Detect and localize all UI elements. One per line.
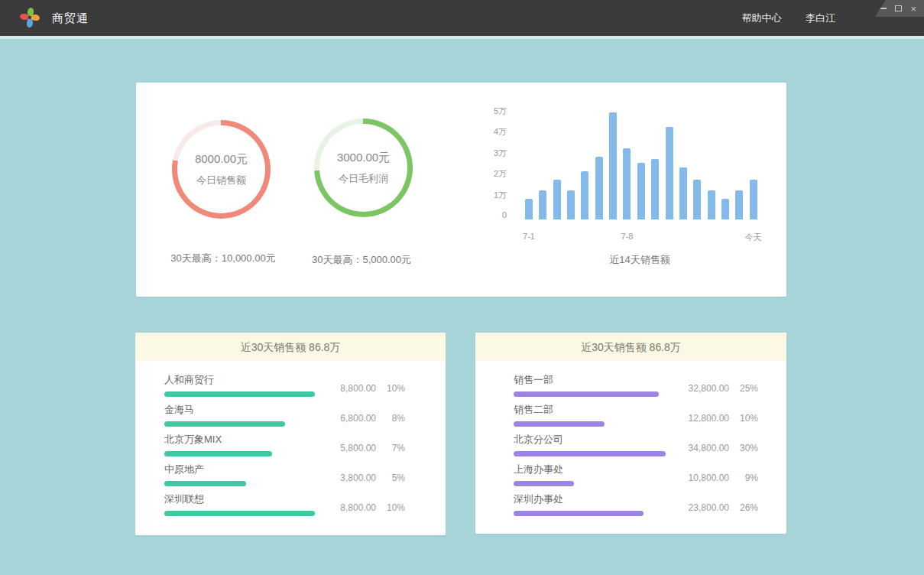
amount-value: 10,800.00 bbox=[689, 473, 729, 483]
sales-bar bbox=[595, 157, 603, 219]
amount-value: 8,800.00 bbox=[340, 502, 376, 513]
list-item-values: 34,800.0030% bbox=[689, 443, 758, 453]
progress-bar bbox=[164, 391, 315, 397]
list-item: 销售二部12,800.0010% bbox=[514, 402, 758, 432]
sales-bar bbox=[708, 190, 715, 219]
list-item-values: 6,800.008% bbox=[340, 413, 405, 424]
list-item-values: 32,800.0025% bbox=[689, 383, 758, 394]
sales-bar bbox=[525, 199, 533, 219]
list-item: 深圳联想8,800.0010% bbox=[164, 492, 405, 521]
sales-bar bbox=[651, 159, 659, 219]
minimize-button[interactable] bbox=[880, 8, 887, 9]
y-axis-tick: 1万 bbox=[472, 190, 507, 201]
amount-value: 32,800.00 bbox=[689, 383, 729, 394]
maximize-icon bbox=[895, 5, 902, 11]
percent-value: 10% bbox=[376, 383, 405, 394]
y-axis-tick: 2万 bbox=[472, 168, 507, 180]
sales-bar bbox=[735, 190, 743, 219]
percent-value: 10% bbox=[376, 502, 405, 513]
list-item: 人和商贸行8,800.0010% bbox=[164, 372, 405, 402]
list-item: 金海马6,800.008% bbox=[164, 402, 405, 432]
list-item: 北京分公司34,800.0030% bbox=[514, 432, 758, 462]
list-item: 深圳办事处23,800.0026% bbox=[514, 492, 758, 521]
list-item: 上海办事处10,800.009% bbox=[514, 462, 758, 492]
progress-bar bbox=[164, 481, 246, 486]
sales-bar bbox=[750, 180, 757, 219]
window-titlebar: 商贸通 帮助中心 李白江 × bbox=[0, 0, 924, 36]
sales-bar bbox=[567, 190, 575, 219]
titlebar-highlight-strip bbox=[0, 36, 924, 39]
x-axis-tick: 7-1 bbox=[512, 232, 546, 241]
user-menu[interactable]: 李白江 bbox=[806, 12, 835, 24]
list-item-values: 8,800.0010% bbox=[340, 383, 405, 394]
window-controls: × bbox=[875, 0, 924, 17]
today-profit-caption: 今日毛利润 bbox=[339, 172, 388, 186]
panel-header: 近30天销售额 86.8万 bbox=[135, 333, 446, 361]
progress-bar bbox=[164, 511, 315, 516]
panel-header: 近30天销售额 86.8万 bbox=[475, 333, 786, 361]
app-title: 商贸通 bbox=[52, 0, 89, 36]
sales-bar bbox=[553, 180, 561, 219]
y-axis-tick: 5万 bbox=[472, 106, 507, 117]
help-center-link[interactable]: 帮助中心 bbox=[741, 12, 781, 24]
customer-sales-list: 人和商贸行8,800.0010%金海马6,800.008%北京万象MIX5,80… bbox=[135, 361, 446, 521]
list-item: 北京万象MIX5,800.007% bbox=[164, 432, 405, 462]
list-item-values: 8,800.0010% bbox=[340, 502, 405, 513]
department-sales-panel: 近30天销售额 86.8万 销售一部32,800.0025%销售二部12,800… bbox=[475, 333, 786, 534]
donut-center: 3000.00元 今日毛利润 bbox=[319, 124, 407, 212]
list-item: 中原地产3,800.005% bbox=[164, 462, 405, 492]
chart-title: 近14天销售额 bbox=[525, 253, 754, 267]
y-axis-tick: 0 bbox=[472, 210, 507, 219]
percent-value: 5% bbox=[376, 473, 405, 483]
close-button[interactable]: × bbox=[910, 4, 916, 14]
amount-value: 23,800.00 bbox=[689, 502, 729, 513]
progress-bar bbox=[164, 421, 285, 427]
sales-bar bbox=[623, 148, 631, 219]
list-item-values: 23,800.0026% bbox=[689, 502, 758, 513]
list-item-values: 10,800.009% bbox=[689, 473, 758, 483]
amount-value: 12,800.00 bbox=[689, 413, 729, 424]
progress-bar bbox=[514, 451, 666, 456]
today-sales-value: 8000.00元 bbox=[195, 152, 248, 167]
amount-value: 3,800.00 bbox=[340, 473, 376, 483]
amount-value: 34,800.00 bbox=[689, 443, 729, 453]
today-sales-caption: 今日销售额 bbox=[196, 174, 246, 187]
sales-bar bbox=[609, 112, 617, 219]
today-profit-max-note: 30天最高：5,000.00元 bbox=[274, 253, 449, 267]
sales-bar bbox=[539, 190, 546, 219]
amount-value: 8,800.00 bbox=[340, 383, 376, 394]
sales-bar bbox=[581, 171, 588, 219]
sales-bar bbox=[666, 127, 673, 219]
sales-bar bbox=[693, 180, 701, 219]
progress-bar bbox=[164, 451, 272, 456]
progress-bar bbox=[514, 421, 605, 427]
minimize-icon bbox=[880, 8, 887, 9]
panel-title: 近30天销售额 86.8万 bbox=[581, 341, 681, 353]
maximize-button[interactable] bbox=[895, 5, 902, 11]
sales-bar bbox=[637, 163, 645, 219]
percent-value: 10% bbox=[729, 413, 758, 424]
percent-value: 9% bbox=[729, 473, 758, 483]
percent-value: 26% bbox=[729, 502, 758, 513]
sales-bar bbox=[721, 199, 729, 219]
titlebar-menu: 帮助中心 李白江 bbox=[741, 0, 835, 36]
amount-value: 5,800.00 bbox=[340, 443, 376, 453]
percent-value: 8% bbox=[376, 413, 405, 424]
list-item-values: 5,800.007% bbox=[340, 443, 405, 453]
y-axis-tick: 4万 bbox=[472, 126, 507, 138]
overview-card: 8000.00元 今日销售额 30天最高：10,000.00元 3000.00元… bbox=[136, 83, 786, 297]
progress-bar bbox=[514, 481, 574, 486]
percent-value: 25% bbox=[729, 383, 758, 394]
donut-center: 8000.00元 今日销售额 bbox=[177, 125, 265, 213]
app-logo-pinwheel-icon bbox=[20, 8, 40, 28]
y-axis-tick: 3万 bbox=[472, 148, 507, 159]
today-profit-value: 3000.00元 bbox=[337, 151, 390, 165]
list-item: 销售一部32,800.0025% bbox=[514, 372, 758, 402]
progress-bar bbox=[514, 391, 659, 397]
customer-sales-panel: 近30天销售额 86.8万 人和商贸行8,800.0010%金海马6,800.0… bbox=[135, 333, 446, 535]
today-sales-donut-chart: 8000.00元 今日销售额 bbox=[172, 120, 271, 219]
progress-bar bbox=[514, 511, 644, 516]
pinwheel-petal-blue bbox=[26, 18, 34, 28]
sales-bar bbox=[679, 167, 687, 220]
x-axis-tick: 今天 bbox=[737, 232, 770, 243]
